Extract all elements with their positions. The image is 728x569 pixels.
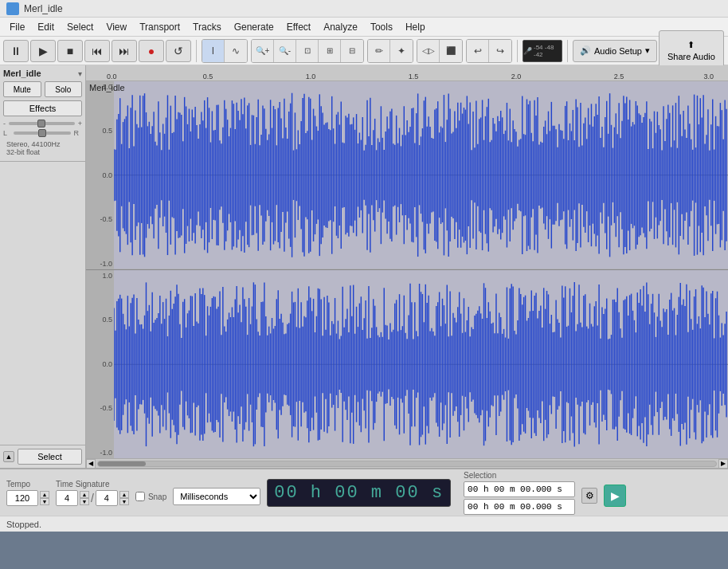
menu-transport[interactable]: Transport xyxy=(133,20,186,34)
scroll-left[interactable]: ◀ xyxy=(86,459,96,469)
menu-file[interactable]: File xyxy=(3,20,31,34)
menu-generate[interactable]: Generate xyxy=(228,20,280,34)
snap-group: Snap xyxy=(135,492,166,501)
menu-analyze[interactable]: Analyze xyxy=(317,20,364,34)
time-sig-den-input[interactable] xyxy=(96,490,118,506)
collapse-button[interactable]: ▲ xyxy=(3,451,14,462)
time-sig-den-down[interactable]: ▼ xyxy=(119,498,129,505)
trim-tool[interactable]: ◁▷ xyxy=(417,40,440,62)
effects-button[interactable]: Effects xyxy=(3,100,82,116)
zoom-out-tool[interactable]: 🔍- xyxy=(274,40,296,62)
gain-minus-label: - xyxy=(3,120,6,128)
waveform-area: 0.0 0.5 1.0 1.5 2.0 2.5 3.0 Merl_idle 1.… xyxy=(86,65,728,468)
pan-left-label: L xyxy=(3,129,7,137)
menu-select[interactable]: Select xyxy=(61,20,100,34)
track-header: Merl_idle ▾ Mute Solo Effects - + L xyxy=(0,65,85,162)
waveform-container[interactable]: Merl_idle 1.0 0.5 0.0 -0.5 -1.0 // We'll… xyxy=(86,81,728,458)
time-sig-num-down[interactable]: ▼ xyxy=(80,498,89,505)
meter-labels: -54 -48 -42 xyxy=(534,44,562,58)
pause-button[interactable]: ⏸ xyxy=(3,40,29,62)
track-panel: Merl_idle ▾ Mute Solo Effects - + L xyxy=(0,65,86,468)
redo-button[interactable]: ↪ xyxy=(489,40,511,62)
record-button[interactable]: ● xyxy=(139,40,164,62)
time-sig-group: Time Signature ▲ ▼ / ▲ ▼ xyxy=(56,480,129,506)
status-text: Stopped. xyxy=(6,520,41,529)
time-sig-label: Time Signature xyxy=(56,480,129,489)
milliseconds-select[interactable]: Milliseconds Seconds Beats xyxy=(173,488,260,505)
waveform-bottom-track[interactable]: 1.0 0.5 0.0 -0.5 -1.0 xyxy=(86,270,728,459)
zoom-sel-tool[interactable]: ⊡ xyxy=(296,40,319,62)
track-select-row: ▲ Select xyxy=(0,445,85,468)
play-button[interactable]: ▶ xyxy=(30,40,56,62)
timeline-mark-2: 2.0 xyxy=(511,73,522,80)
skip-start-button[interactable]: ⏮ xyxy=(84,40,110,62)
time-sig-num-up[interactable]: ▲ xyxy=(80,491,89,498)
scroll-thumb[interactable] xyxy=(98,461,146,466)
time-sig-num-input[interactable] xyxy=(56,490,78,506)
track-dropdown[interactable]: ▾ xyxy=(78,69,82,78)
waveform-top-track[interactable]: 1.0 0.5 0.0 -0.5 -1.0 // We'll generate … xyxy=(86,81,728,270)
draw-tool[interactable]: ✏ xyxy=(368,40,390,62)
envelope-tool[interactable]: ∿ xyxy=(225,40,247,62)
bottom-controls: Tempo ▲ ▼ Time Signature ▲ ▼ / ▲ ▼ xyxy=(0,468,728,516)
separator-1 xyxy=(196,40,197,62)
zoom-in-tool[interactable]: 🔍+ xyxy=(252,40,274,62)
waveform-svg-bottom xyxy=(114,270,728,459)
scroll-track[interactable] xyxy=(97,461,717,467)
y-bot-0: 0.0 xyxy=(88,360,112,368)
stop-button[interactable]: ■ xyxy=(57,40,83,62)
waveform-track-label: Merl_idle xyxy=(89,83,125,92)
ms-dropdown-group: Milliseconds Seconds Beats xyxy=(173,488,260,505)
draw-tools-group: ✏ ✦ xyxy=(367,39,413,63)
y-bot-m05: -0.5 xyxy=(88,404,112,412)
silence-tool[interactable]: ⬛ xyxy=(440,40,462,62)
track-name: Merl_idle xyxy=(3,69,41,78)
y-top-m05: -0.5 xyxy=(88,215,112,223)
zoom-reset-tool[interactable]: ⊟ xyxy=(341,40,363,62)
gain-slider[interactable] xyxy=(9,122,75,125)
tempo-down[interactable]: ▼ xyxy=(40,498,49,505)
time-display: 00 h 00 m 00 s xyxy=(267,479,451,507)
y-top-0: 0.0 xyxy=(88,171,112,179)
volume-meter: 🎤 -54 -48 -42 xyxy=(523,40,562,62)
select-button[interactable]: Select xyxy=(18,449,82,465)
solo-button[interactable]: Solo xyxy=(45,81,83,97)
tempo-label: Tempo xyxy=(6,480,49,489)
menu-view[interactable]: View xyxy=(100,20,133,34)
mute-button[interactable]: Mute xyxy=(3,81,41,97)
menu-edit[interactable]: Edit xyxy=(31,20,61,34)
y-top-05: 0.5 xyxy=(88,127,112,135)
pan-slider[interactable] xyxy=(14,131,70,135)
scrollbar[interactable]: ◀ ▶ xyxy=(86,458,728,468)
undo-button[interactable]: ↩ xyxy=(467,40,489,62)
selection-settings-gear[interactable]: ⚙ xyxy=(581,488,597,504)
pan-right-label: R xyxy=(74,129,80,137)
select-tool[interactable]: I xyxy=(202,40,225,62)
multi-tool[interactable]: ✦ xyxy=(390,40,413,62)
play-cursor-button[interactable]: ▶ xyxy=(604,485,626,507)
menu-help[interactable]: Help xyxy=(399,20,432,34)
audio-setup-button[interactable]: 🔊 Audio Setup ▾ xyxy=(573,40,657,62)
scroll-right[interactable]: ▶ xyxy=(718,459,728,469)
selection-end-input[interactable] xyxy=(464,499,575,515)
tempo-up[interactable]: ▲ xyxy=(40,491,49,498)
selection-group: Selection xyxy=(464,471,575,515)
title-bar: Merl_idle xyxy=(0,0,728,18)
selection-start-input[interactable] xyxy=(464,481,575,497)
audio-setup-label: Audio Setup xyxy=(594,46,642,56)
snap-checkbox[interactable] xyxy=(135,492,145,501)
zoom-fit-tool[interactable]: ⊞ xyxy=(319,40,341,62)
menu-tools[interactable]: Tools xyxy=(364,20,399,34)
separator-2 xyxy=(517,40,518,62)
time-sig-den-up[interactable]: ▲ xyxy=(119,491,129,498)
tempo-input[interactable] xyxy=(6,490,38,506)
menu-tracks[interactable]: Tracks xyxy=(186,20,228,34)
snap-label: Snap xyxy=(148,492,166,501)
selection-label: Selection xyxy=(464,471,575,480)
time-sig-slash: / xyxy=(91,492,94,504)
trim-tools-group: ◁▷ ⬛ xyxy=(417,39,463,63)
loop-button[interactable]: ↺ xyxy=(166,40,191,62)
skip-end-button[interactable]: ⏭ xyxy=(112,40,137,62)
timeline-mark-1: 1.0 xyxy=(306,73,316,80)
menu-effect[interactable]: Effect xyxy=(280,20,317,34)
